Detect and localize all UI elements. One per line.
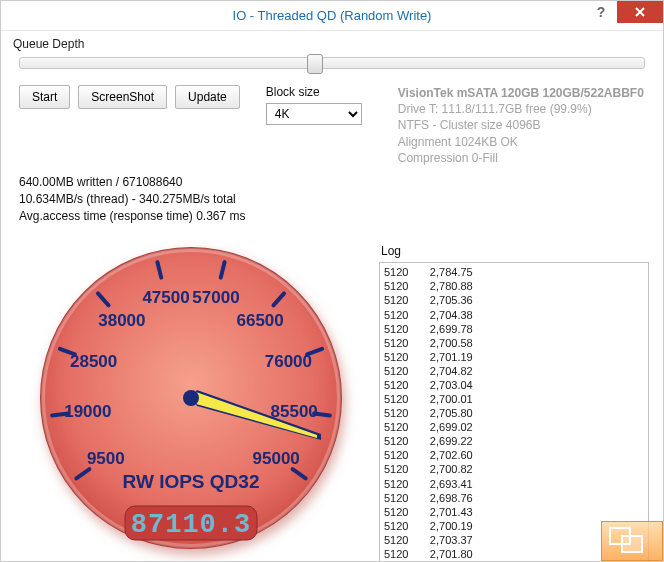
log-row: 5120 2,700.82 [384,462,644,476]
log-row: 5120 2,700.01 [384,392,644,406]
title-bar: IO - Threaded QD (Random Write) ? [1,1,663,31]
help-button[interactable]: ? [585,1,617,23]
log-row: 5120 2,698.76 [384,491,644,505]
blocksize-group: Block size 4K [266,85,362,125]
stats-block: 640.00MB written / 671088640 10.634MB/s … [1,170,663,224]
gauge-wrap: 9500190002850038000475005700066500760008… [15,232,365,562]
svg-point-14 [183,390,199,406]
drive-align: Alignment 1024KB OK [398,134,644,150]
log-row: 5120 2,704.38 [384,308,644,322]
log-row: 5120 2,780.88 [384,279,644,293]
log-row: 5120 2,699.78 [384,322,644,336]
gauge-tick-label: 38000 [98,312,145,331]
gauge-value: 87110.3 [131,510,251,540]
log-row: 5120 2,700.58 [384,336,644,350]
stats-written: 640.00MB written / 671088640 [19,174,645,191]
queue-depth-slider-wrap [1,53,663,79]
log-row: 5120 2,701.19 [384,350,644,364]
log-box[interactable]: 5120 2,784.755120 2,780.885120 2,705.365… [379,262,649,562]
log-row: 5120 2,705.80 [384,406,644,420]
watermark-icon [601,521,663,561]
drive-space: Drive T: 111.8/111.7GB free (99.9%) [398,101,644,117]
gauge-tick-label: 19000 [64,402,111,421]
gauge-tick-label: 47500 [142,288,189,307]
gauge-tick-label: 76000 [265,353,312,372]
log-row: 5120 2,699.02 [384,420,644,434]
iops-gauge: 9500190002850038000475005700066500760008… [21,238,361,562]
log-label: Log [381,244,649,258]
log-row: 5120 2,704.82 [384,364,644,378]
controls-row: Start ScreenShot Update Block size 4K Vi… [1,79,663,170]
stats-speed: 10.634MB/s (thread) - 340.275MB/s total [19,191,645,208]
drive-name: VisionTek mSATA 120GB 120GB/522ABBF0 [398,85,644,101]
update-button[interactable]: Update [175,85,240,109]
gauge-label: RW IOPS QD32 [123,471,260,492]
drive-fs: NTFS - Cluster size 4096B [398,117,644,133]
log-row: 5120 2,703.04 [384,378,644,392]
gauge-tick-label: 95000 [253,449,300,468]
gauge-tick-label: 57000 [192,288,239,307]
stats-access: Avg.access time (response time) 0.367 ms [19,208,645,225]
queue-depth-slider-thumb[interactable] [307,54,323,74]
gauge-tick-label: 66500 [236,312,283,331]
blocksize-select[interactable]: 4K [266,103,362,125]
close-button[interactable] [617,1,663,23]
drive-comp: Compression 0-Fill [398,150,644,166]
queue-depth-label: Queue Depth [1,31,663,53]
log-row: 5120 2,699.22 [384,434,644,448]
screenshot-button[interactable]: ScreenShot [78,85,167,109]
log-row: 5120 2,784.75 [384,265,644,279]
drive-info: VisionTek mSATA 120GB 120GB/522ABBF0 Dri… [398,85,644,166]
log-row: 5120 2,701.43 [384,505,644,519]
lower-section: 9500190002850038000475005700066500760008… [1,224,663,562]
log-row: 5120 2,693.41 [384,477,644,491]
log-row: 5120 2,705.36 [384,293,644,307]
queue-depth-slider[interactable] [19,57,645,69]
start-button[interactable]: Start [19,85,70,109]
blocksize-label: Block size [266,85,362,99]
titlebar-controls: ? [585,1,663,23]
gauge-tick-label: 9500 [87,449,125,468]
gauge-tick-label: 28500 [70,353,117,372]
gauge-tick-label: 85500 [271,402,318,421]
window-title: IO - Threaded QD (Random Write) [233,8,432,23]
log-area: Log 5120 2,784.755120 2,780.885120 2,705… [379,232,649,562]
log-row: 5120 2,702.60 [384,448,644,462]
